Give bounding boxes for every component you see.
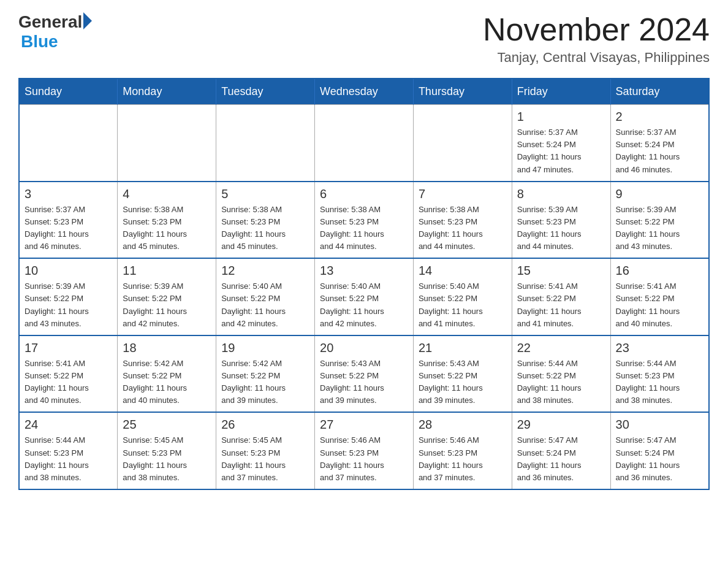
- calendar-cell: [413, 105, 512, 182]
- day-info: Sunrise: 5:40 AMSunset: 5:22 PMDaylight:…: [320, 280, 408, 330]
- calendar-cell: 15Sunrise: 5:41 AMSunset: 5:22 PMDayligh…: [512, 258, 610, 335]
- day-number: 20: [320, 341, 408, 355]
- day-number: 16: [616, 264, 703, 278]
- day-info: Sunrise: 5:45 AMSunset: 5:23 PMDaylight:…: [123, 434, 211, 484]
- day-info: Sunrise: 5:47 AMSunset: 5:24 PMDaylight:…: [517, 434, 605, 484]
- calendar-cell: 21Sunrise: 5:43 AMSunset: 5:22 PMDayligh…: [413, 335, 512, 413]
- calendar-cell: 8Sunrise: 5:39 AMSunset: 5:23 PMDaylight…: [512, 182, 610, 259]
- day-info: Sunrise: 5:47 AMSunset: 5:24 PMDaylight:…: [616, 434, 703, 484]
- day-number: 30: [616, 418, 703, 432]
- day-info: Sunrise: 5:38 AMSunset: 5:23 PMDaylight:…: [123, 204, 211, 253]
- day-info: Sunrise: 5:37 AMSunset: 5:23 PMDaylight:…: [25, 204, 112, 253]
- day-number: 12: [221, 264, 309, 278]
- calendar-cell: 22Sunrise: 5:44 AMSunset: 5:22 PMDayligh…: [512, 335, 610, 413]
- day-number: 13: [320, 264, 408, 278]
- calendar-week-row: 24Sunrise: 5:44 AMSunset: 5:23 PMDayligh…: [19, 412, 709, 489]
- calendar-cell: 26Sunrise: 5:45 AMSunset: 5:23 PMDayligh…: [216, 412, 315, 489]
- calendar-header-row: SundayMondayTuesdayWednesdayThursdayFrid…: [19, 79, 709, 105]
- day-info: Sunrise: 5:43 AMSunset: 5:22 PMDaylight:…: [320, 358, 408, 407]
- calendar-table: SundayMondayTuesdayWednesdayThursdayFrid…: [18, 78, 710, 490]
- logo-blue-text: Blue: [21, 32, 58, 51]
- calendar-cell: 3Sunrise: 5:37 AMSunset: 5:23 PMDaylight…: [19, 182, 118, 259]
- calendar-day-header: Tuesday: [216, 79, 315, 105]
- day-info: Sunrise: 5:39 AMSunset: 5:23 PMDaylight:…: [517, 204, 605, 253]
- day-info: Sunrise: 5:39 AMSunset: 5:22 PMDaylight:…: [123, 280, 211, 330]
- day-info: Sunrise: 5:44 AMSunset: 5:22 PMDaylight:…: [517, 358, 605, 407]
- day-info: Sunrise: 5:42 AMSunset: 5:22 PMDaylight:…: [123, 358, 211, 407]
- calendar-cell: 10Sunrise: 5:39 AMSunset: 5:22 PMDayligh…: [19, 258, 118, 335]
- day-number: 22: [517, 341, 605, 355]
- day-info: Sunrise: 5:41 AMSunset: 5:22 PMDaylight:…: [616, 280, 703, 330]
- day-number: 19: [221, 341, 309, 355]
- day-info: Sunrise: 5:43 AMSunset: 5:22 PMDaylight:…: [419, 358, 507, 407]
- calendar-cell: 2Sunrise: 5:37 AMSunset: 5:24 PMDaylight…: [610, 105, 709, 182]
- calendar-cell: 29Sunrise: 5:47 AMSunset: 5:24 PMDayligh…: [512, 412, 610, 489]
- day-info: Sunrise: 5:42 AMSunset: 5:22 PMDaylight:…: [221, 358, 309, 407]
- logo: General Blue: [18, 12, 92, 52]
- day-number: 4: [123, 187, 211, 201]
- day-info: Sunrise: 5:40 AMSunset: 5:22 PMDaylight:…: [221, 280, 309, 330]
- calendar-day-header: Friday: [512, 79, 610, 105]
- calendar-day-header: Thursday: [413, 79, 512, 105]
- calendar-cell: 13Sunrise: 5:40 AMSunset: 5:22 PMDayligh…: [315, 258, 414, 335]
- calendar-cell: 17Sunrise: 5:41 AMSunset: 5:22 PMDayligh…: [19, 335, 118, 413]
- day-info: Sunrise: 5:39 AMSunset: 5:22 PMDaylight:…: [616, 204, 703, 253]
- day-number: 18: [123, 341, 211, 355]
- day-info: Sunrise: 5:37 AMSunset: 5:24 PMDaylight:…: [616, 126, 703, 176]
- day-number: 25: [123, 418, 211, 432]
- day-number: 8: [517, 187, 605, 201]
- day-number: 24: [25, 418, 112, 432]
- day-number: 1: [517, 110, 605, 124]
- day-number: 17: [25, 341, 112, 355]
- calendar-cell: 30Sunrise: 5:47 AMSunset: 5:24 PMDayligh…: [610, 412, 709, 489]
- calendar-day-header: Wednesday: [315, 79, 414, 105]
- calendar-cell: 24Sunrise: 5:44 AMSunset: 5:23 PMDayligh…: [19, 412, 118, 489]
- day-info: Sunrise: 5:38 AMSunset: 5:23 PMDaylight:…: [419, 204, 507, 253]
- calendar-cell: 16Sunrise: 5:41 AMSunset: 5:22 PMDayligh…: [610, 258, 709, 335]
- calendar-cell: 23Sunrise: 5:44 AMSunset: 5:23 PMDayligh…: [610, 335, 709, 413]
- calendar-cell: 19Sunrise: 5:42 AMSunset: 5:22 PMDayligh…: [216, 335, 315, 413]
- title-area: November 2024 Tanjay, Central Visayas, P…: [483, 12, 710, 66]
- calendar-week-row: 1Sunrise: 5:37 AMSunset: 5:24 PMDaylight…: [19, 105, 709, 182]
- day-number: 11: [123, 264, 211, 278]
- calendar-cell: 20Sunrise: 5:43 AMSunset: 5:22 PMDayligh…: [315, 335, 414, 413]
- day-info: Sunrise: 5:37 AMSunset: 5:24 PMDaylight:…: [517, 126, 605, 176]
- calendar-cell: 12Sunrise: 5:40 AMSunset: 5:22 PMDayligh…: [216, 258, 315, 335]
- day-number: 9: [616, 187, 703, 201]
- day-number: 23: [616, 341, 703, 355]
- day-info: Sunrise: 5:41 AMSunset: 5:22 PMDaylight:…: [517, 280, 605, 330]
- day-info: Sunrise: 5:46 AMSunset: 5:23 PMDaylight:…: [419, 434, 507, 484]
- calendar-cell: [118, 105, 216, 182]
- calendar-cell: [315, 105, 414, 182]
- day-number: 6: [320, 187, 408, 201]
- calendar-week-row: 17Sunrise: 5:41 AMSunset: 5:22 PMDayligh…: [19, 335, 709, 413]
- calendar-day-header: Sunday: [19, 79, 118, 105]
- day-info: Sunrise: 5:44 AMSunset: 5:23 PMDaylight:…: [25, 434, 112, 484]
- calendar-cell: 28Sunrise: 5:46 AMSunset: 5:23 PMDayligh…: [413, 412, 512, 489]
- location-subtitle: Tanjay, Central Visayas, Philippines: [483, 50, 710, 66]
- day-info: Sunrise: 5:38 AMSunset: 5:23 PMDaylight:…: [221, 204, 309, 253]
- calendar-week-row: 3Sunrise: 5:37 AMSunset: 5:23 PMDaylight…: [19, 182, 709, 259]
- calendar-cell: 18Sunrise: 5:42 AMSunset: 5:22 PMDayligh…: [118, 335, 216, 413]
- day-number: 14: [419, 264, 507, 278]
- day-info: Sunrise: 5:40 AMSunset: 5:22 PMDaylight:…: [419, 280, 507, 330]
- calendar-cell: 25Sunrise: 5:45 AMSunset: 5:23 PMDayligh…: [118, 412, 216, 489]
- calendar-cell: 14Sunrise: 5:40 AMSunset: 5:22 PMDayligh…: [413, 258, 512, 335]
- calendar-cell: 27Sunrise: 5:46 AMSunset: 5:23 PMDayligh…: [315, 412, 414, 489]
- day-number: 2: [616, 110, 703, 124]
- month-title: November 2024: [483, 12, 710, 47]
- day-info: Sunrise: 5:39 AMSunset: 5:22 PMDaylight:…: [25, 280, 112, 330]
- day-info: Sunrise: 5:41 AMSunset: 5:22 PMDaylight:…: [25, 358, 112, 407]
- day-number: 7: [419, 187, 507, 201]
- day-number: 28: [419, 418, 507, 432]
- day-info: Sunrise: 5:44 AMSunset: 5:23 PMDaylight:…: [616, 358, 703, 407]
- day-number: 29: [517, 418, 605, 432]
- calendar-cell: 7Sunrise: 5:38 AMSunset: 5:23 PMDaylight…: [413, 182, 512, 259]
- calendar-cell: [216, 105, 315, 182]
- calendar-cell: 6Sunrise: 5:38 AMSunset: 5:23 PMDaylight…: [315, 182, 414, 259]
- calendar-cell: 4Sunrise: 5:38 AMSunset: 5:23 PMDaylight…: [118, 182, 216, 259]
- day-number: 26: [221, 418, 309, 432]
- day-number: 27: [320, 418, 408, 432]
- day-info: Sunrise: 5:45 AMSunset: 5:23 PMDaylight:…: [221, 434, 309, 484]
- day-number: 10: [25, 264, 112, 278]
